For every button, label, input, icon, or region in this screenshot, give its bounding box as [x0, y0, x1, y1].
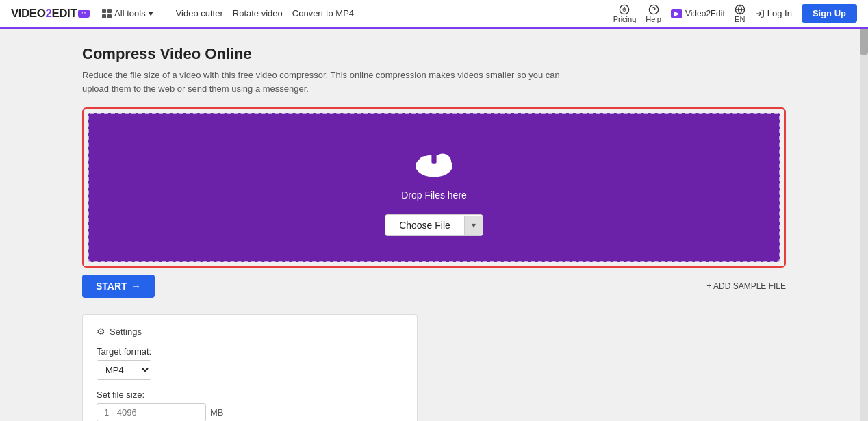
page-title: Compress Video Online — [82, 45, 786, 63]
choose-file-button[interactable]: Choose File ▾ — [385, 214, 483, 236]
v2edit-label: Video2Edit — [685, 9, 725, 18]
nav-divider — [170, 7, 170, 21]
pricing-link[interactable]: Pricing — [613, 4, 637, 23]
language-selector[interactable]: EN — [735, 4, 745, 23]
login-link[interactable]: Log In — [755, 8, 792, 18]
logo-video: VIDEO — [11, 7, 45, 20]
pricing-label: Pricing — [613, 15, 637, 23]
page-description: Reduce the file size of a video with thi… — [82, 68, 575, 95]
add-sample-button[interactable]: + ADD SAMPLE FILE — [706, 281, 786, 291]
svg-marker-8 — [428, 145, 440, 154]
nav-right: Pricing Help ▶ Video2Edit EN Log In — [613, 4, 857, 23]
nav-convert-mp4[interactable]: Convert to MP4 — [292, 8, 354, 18]
main-content: Compress Video Online Reduce the file si… — [0, 29, 868, 421]
logo-edit: EDIT — [51, 7, 77, 20]
all-tools-label: All tools — [114, 8, 146, 18]
file-size-label: Set file size: — [97, 390, 403, 400]
login-label: Log In — [767, 8, 792, 18]
filesize-row: MB — [97, 403, 403, 421]
nav-video-cutter[interactable]: Video cutter — [176, 8, 223, 18]
start-label: START — [96, 281, 127, 292]
help-icon — [648, 4, 659, 15]
dropzone-inner[interactable]: Drop Files here Choose File ▾ — [88, 113, 780, 262]
nav-rotate-video[interactable]: Rotate video — [233, 8, 283, 18]
login-icon — [755, 9, 765, 18]
target-format-field: Target format: MP4 AVI MOV MKV WebM — [97, 346, 403, 380]
svg-point-5 — [418, 156, 433, 171]
file-size-field: Set file size: MB — [97, 390, 403, 421]
globe-icon — [735, 4, 745, 15]
navbar: VIDEO2EDIT ™ All tools ▾ Video cutter Ro… — [0, 0, 868, 29]
settings-header: ⚙ Settings — [97, 326, 403, 337]
target-format-label: Target format: — [97, 346, 403, 357]
dropzone-container[interactable]: Drop Files here Choose File ▾ — [82, 107, 786, 268]
drop-label: Drop Files here — [401, 190, 467, 201]
chevron-down-icon: ▾ — [149, 8, 153, 18]
signup-button[interactable]: Sign Up — [802, 4, 857, 23]
start-button-top[interactable]: START → — [82, 275, 155, 298]
help-label: Help — [646, 15, 661, 23]
scrollbar-track[interactable] — [860, 0, 868, 421]
logo-badge: ™ — [78, 10, 90, 18]
action-row: START → + ADD SAMPLE FILE — [82, 275, 786, 298]
filesize-input[interactable] — [97, 403, 206, 421]
settings-panel: ⚙ Settings Target format: MP4 AVI MOV MK… — [82, 314, 418, 421]
pricing-icon — [619, 4, 630, 15]
logo-text: VIDEO2EDIT — [11, 7, 77, 21]
lang-label: EN — [735, 15, 745, 23]
video2edit-link[interactable]: ▶ Video2Edit — [671, 9, 725, 18]
start-arrow-icon: → — [131, 281, 141, 292]
svg-point-0 — [624, 9, 625, 10]
settings-label: Settings — [110, 327, 142, 337]
mb-unit-label: MB — [210, 407, 224, 418]
grid-icon — [102, 9, 112, 18]
svg-point-6 — [434, 153, 451, 170]
choose-file-dropdown-icon[interactable]: ▾ — [464, 216, 483, 235]
v2edit-badge: ▶ — [671, 9, 682, 18]
all-tools-menu[interactable]: All tools ▾ — [102, 8, 153, 18]
cloud-upload-icon — [409, 142, 459, 183]
logo[interactable]: VIDEO2EDIT ™ — [11, 7, 90, 21]
format-select[interactable]: MP4 AVI MOV MKV WebM — [97, 360, 151, 380]
choose-file-label: Choose File — [385, 215, 464, 235]
gear-icon: ⚙ — [97, 326, 105, 337]
help-link[interactable]: Help — [646, 4, 661, 23]
